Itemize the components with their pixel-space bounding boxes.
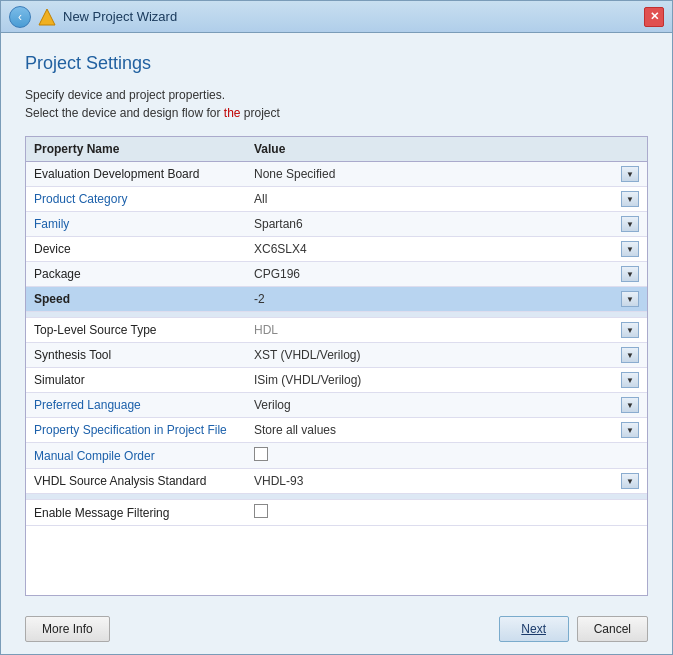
prop-value-cell[interactable]: XST (VHDL/Verilog)▼ [246, 343, 647, 368]
svg-marker-0 [39, 9, 55, 25]
close-button[interactable]: ✕ [644, 7, 664, 27]
table-header: Property Name Value [26, 137, 647, 162]
prop-name-cell: Manual Compile Order [26, 443, 246, 469]
prop-value-cell[interactable] [246, 443, 647, 469]
dropdown-button[interactable]: ▼ [621, 322, 639, 338]
dropdown-button[interactable]: ▼ [621, 266, 639, 282]
table-row: VHDL Source Analysis StandardVHDL-93▼ [26, 469, 647, 494]
table-row: SimulatorISim (VHDL/Verilog)▼ [26, 368, 647, 393]
table-row: Speed-2▼ [26, 287, 647, 312]
value-text: -2 [254, 292, 621, 306]
value-text: None Specified [254, 167, 621, 181]
value-text: ISim (VHDL/Verilog) [254, 373, 621, 387]
prop-name-cell: Synthesis Tool [26, 343, 246, 368]
prop-name-cell: Device [26, 237, 246, 262]
prop-name-cell: Speed [26, 287, 246, 312]
dropdown-button[interactable]: ▼ [621, 241, 639, 257]
desc-line2-pre: Select the device and design flow for [25, 106, 224, 120]
dropdown-button[interactable]: ▼ [621, 473, 639, 489]
checkbox-input[interactable] [254, 447, 268, 461]
prop-value-cell[interactable]: HDL▼ [246, 318, 647, 343]
prop-name-cell: Enable Message Filtering [26, 500, 246, 526]
dropdown-button[interactable]: ▼ [621, 166, 639, 182]
table-row: Property Specification in Project FileSt… [26, 418, 647, 443]
dropdown-button[interactable]: ▼ [621, 372, 639, 388]
table-row: Enable Message Filtering [26, 500, 647, 526]
prop-name-cell: Property Specification in Project File [26, 418, 246, 443]
titlebar: ‹ New Project Wizard ✕ [1, 1, 672, 33]
table-row: FamilySpartan6▼ [26, 212, 647, 237]
back-button[interactable]: ‹ [9, 6, 31, 28]
prop-value-cell[interactable]: Spartan6▼ [246, 212, 647, 237]
dropdown-button[interactable]: ▼ [621, 216, 639, 232]
dropdown-button[interactable]: ▼ [621, 347, 639, 363]
table-row: Manual Compile Order [26, 443, 647, 469]
desc-line2-post: project [240, 106, 279, 120]
table-row: Top-Level Source TypeHDL▼ [26, 318, 647, 343]
prop-name-cell: Top-Level Source Type [26, 318, 246, 343]
desc-highlight: the [224, 106, 241, 120]
prop-value-cell[interactable]: Store all values▼ [246, 418, 647, 443]
cancel-button[interactable]: Cancel [577, 616, 648, 642]
value-text: HDL [254, 323, 621, 337]
footer-right: Next Cancel [499, 616, 648, 642]
table-row: DeviceXC6SLX4▼ [26, 237, 647, 262]
prop-name-cell: Evaluation Development Board [26, 162, 246, 187]
table-row: PackageCPG196▼ [26, 262, 647, 287]
properties-table: Property Name Value Evaluation Developme… [26, 137, 647, 526]
prop-value-cell[interactable]: Verilog▼ [246, 393, 647, 418]
prop-name-cell: VHDL Source Analysis Standard [26, 469, 246, 494]
titlebar-icons: ‹ New Project Wizard [9, 6, 644, 28]
table-row: Preferred LanguageVerilog▼ [26, 393, 647, 418]
dropdown-button[interactable]: ▼ [621, 191, 639, 207]
titlebar-title: New Project Wizard [63, 9, 177, 24]
checkbox-input[interactable] [254, 504, 268, 518]
prop-name-cell: Simulator [26, 368, 246, 393]
col-property-header: Property Name [26, 137, 246, 162]
next-button[interactable]: Next [499, 616, 569, 642]
page-title: Project Settings [25, 53, 648, 74]
value-text: XST (VHDL/Verilog) [254, 348, 621, 362]
content-area: Project Settings Specify device and proj… [1, 33, 672, 606]
prop-value-cell[interactable]: ISim (VHDL/Verilog)▼ [246, 368, 647, 393]
value-text: Verilog [254, 398, 621, 412]
footer: More Info Next Cancel [1, 606, 672, 654]
prop-name-cell: Package [26, 262, 246, 287]
value-text: XC6SLX4 [254, 242, 621, 256]
value-text: All [254, 192, 621, 206]
col-value-header: Value [246, 137, 647, 162]
table-row: Synthesis ToolXST (VHDL/Verilog)▼ [26, 343, 647, 368]
table-row: Evaluation Development BoardNone Specifi… [26, 162, 647, 187]
prop-name-cell: Preferred Language [26, 393, 246, 418]
prop-value-cell[interactable]: All▼ [246, 187, 647, 212]
value-text: CPG196 [254, 267, 621, 281]
table-row: Product CategoryAll▼ [26, 187, 647, 212]
value-text: Spartan6 [254, 217, 621, 231]
prop-value-cell[interactable] [246, 500, 647, 526]
description: Specify device and project properties. S… [25, 86, 648, 122]
prop-name-cell: Family [26, 212, 246, 237]
prop-value-cell[interactable]: None Specified▼ [246, 162, 647, 187]
prop-value-cell[interactable]: VHDL-93▼ [246, 469, 647, 494]
dropdown-button[interactable]: ▼ [621, 422, 639, 438]
wizard-window: ‹ New Project Wizard ✕ Project Settings … [0, 0, 673, 655]
properties-table-container: Property Name Value Evaluation Developme… [25, 136, 648, 596]
value-text: Store all values [254, 423, 621, 437]
wizard-icon [37, 7, 57, 27]
prop-name-cell: Product Category [26, 187, 246, 212]
dropdown-button[interactable]: ▼ [621, 397, 639, 413]
prop-value-cell[interactable]: CPG196▼ [246, 262, 647, 287]
desc-line1: Specify device and project properties. [25, 88, 225, 102]
footer-left: More Info [25, 616, 110, 642]
more-info-button[interactable]: More Info [25, 616, 110, 642]
value-text: VHDL-93 [254, 474, 621, 488]
prop-value-cell[interactable]: XC6SLX4▼ [246, 237, 647, 262]
prop-value-cell[interactable]: -2▼ [246, 287, 647, 312]
dropdown-button[interactable]: ▼ [621, 291, 639, 307]
